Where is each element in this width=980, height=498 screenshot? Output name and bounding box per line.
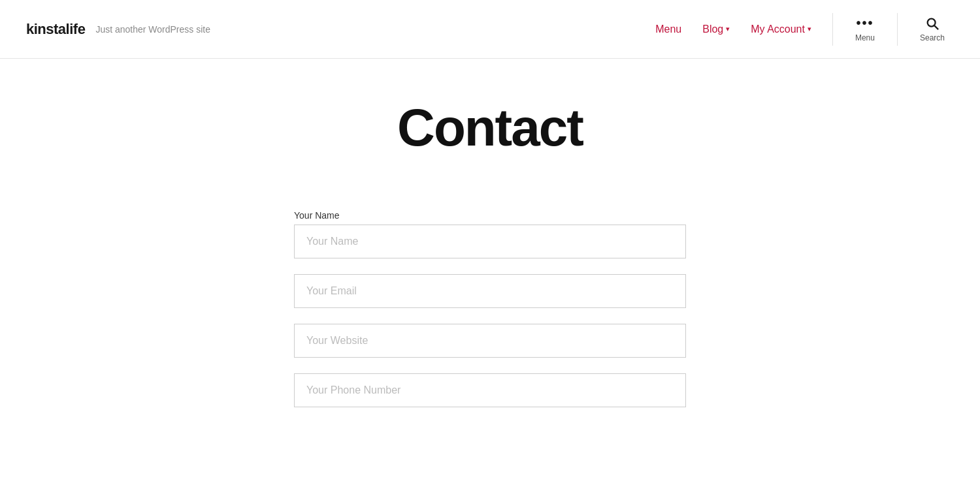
website-input[interactable]: [294, 324, 686, 358]
site-tagline: Just another WordPress site: [95, 24, 210, 35]
header-nav: Menu Blog ▾ My Account ▾ ••• Menu Search: [647, 10, 954, 48]
search-icon-button[interactable]: Search: [911, 11, 954, 48]
main-content: Contact Your Name: [0, 59, 980, 449]
nav-blog-label: Blog: [702, 23, 723, 35]
menu-icon-label: Menu: [855, 33, 875, 42]
my-account-chevron-icon: ▾: [808, 25, 811, 33]
nav-my-account-link[interactable]: My Account ▾: [743, 18, 819, 40]
name-form-group: Your Name: [294, 210, 686, 258]
email-input[interactable]: [294, 274, 686, 308]
header-divider: [832, 13, 833, 46]
search-icon: [925, 16, 939, 31]
nav-my-account-label: My Account: [751, 23, 805, 35]
website-form-group: [294, 324, 686, 358]
site-header: kinstalife Just another WordPress site M…: [0, 0, 980, 59]
site-title[interactable]: kinstalife: [26, 21, 85, 38]
svg-line-1: [934, 25, 938, 29]
phone-input[interactable]: [294, 373, 686, 407]
phone-form-group: [294, 373, 686, 407]
blog-chevron-icon: ▾: [726, 25, 730, 33]
nav-blog-link[interactable]: Blog ▾: [694, 18, 738, 40]
name-input[interactable]: [294, 225, 686, 258]
contact-form: Your Name: [294, 210, 686, 423]
dots-icon: •••: [856, 16, 874, 31]
name-label: Your Name: [294, 210, 686, 221]
header-divider-2: [897, 13, 898, 46]
nav-menu-link[interactable]: Menu: [647, 18, 689, 40]
page-title: Contact: [397, 98, 583, 158]
header-brand: kinstalife Just another WordPress site: [26, 21, 210, 38]
svg-point-0: [928, 18, 936, 26]
email-form-group: [294, 274, 686, 308]
menu-icon-button[interactable]: ••• Menu: [846, 10, 884, 48]
search-icon-label: Search: [920, 33, 945, 42]
